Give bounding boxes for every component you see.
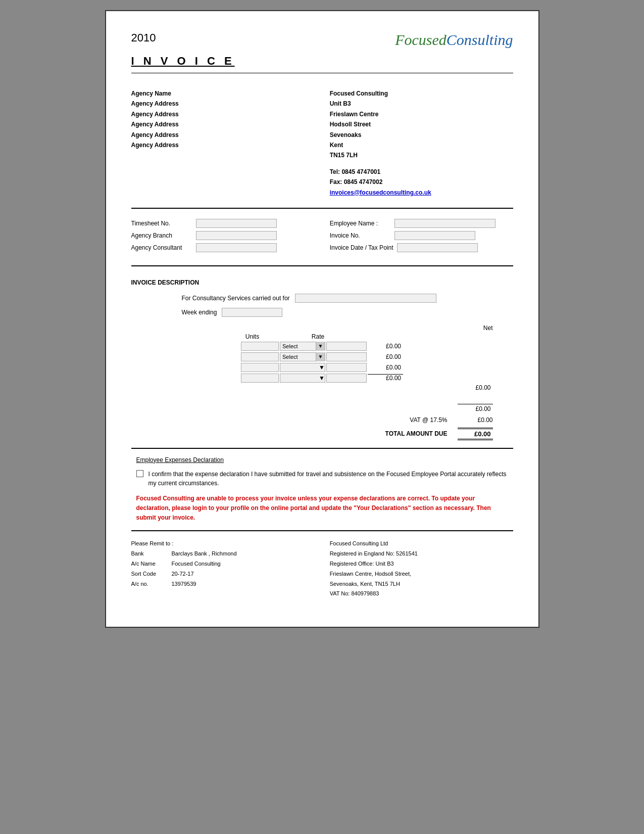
invoice-date-row: Invoice Date / Tax Point [330,243,513,252]
footer-left: Please Remit to : Bank Barclays Bank , R… [131,539,315,599]
select-dropdown-1[interactable]: Select ▼ [280,342,325,351]
bank-value: Barclays Bank , Richmond [172,549,237,559]
unit-input-4[interactable] [241,374,279,383]
subtotal2-row: £0.00 [131,404,513,412]
agency-branch-label: Agency Branch [131,232,192,239]
company-addr-3: Hodsoll Street [330,119,513,129]
unit-input-3[interactable] [241,363,279,372]
net-value-1: £0.00 [368,343,403,350]
bank-label: Bank [131,549,167,559]
company-logo: FocusedConsulting [395,31,513,49]
subtotal2-value: £0.00 [458,404,493,412]
invoice-no-input[interactable] [394,231,475,240]
footer-section: Please Remit to : Bank Barclays Bank , R… [131,530,513,607]
company-addr-1: Unit B3 [330,99,513,109]
dropdown-arrow-4[interactable]: ▼ [319,375,325,382]
unit-input-2[interactable] [241,352,279,361]
footer-reg-address: Frieslawn Centre, Hodsoll Street, [330,569,513,579]
footer-reg-office: Registered Office: Unit B3 [330,559,513,569]
subtotal1-value: £0.00 [458,384,493,391]
company-postcode: TN15 7LH [330,150,513,160]
week-label: Week ending [182,309,217,316]
agency-branch-input[interactable] [196,231,277,240]
agency-address-5: Agency Address [131,140,315,150]
vat-value: £0.00 [458,416,493,424]
select-area-4[interactable]: ▼ [280,374,325,383]
rate-header: Rate [273,333,359,340]
agency-consultant-label: Agency Consultant [131,244,192,251]
sort-code-row: Sort Code 20-72-17 [131,569,315,579]
info-divider [131,265,513,266]
dropdown-arrow-3[interactable]: ▼ [319,364,325,371]
info-grid: Timesheet No. Agency Branch Agency Consu… [131,214,513,260]
sort-code-value: 20-72-17 [172,569,194,579]
unit-input-1[interactable] [241,342,279,351]
consultancy-row: For Consultancy Services carried out for [131,294,513,303]
invoice-date-input[interactable] [397,243,478,252]
vat-row: VAT @ 17.5% £0.00 [131,416,513,424]
net-value-2: £0.00 [368,353,403,360]
tel-fax-block: Tel: 0845 4747001 Fax: 0845 4747002 invo… [330,167,513,198]
address-section: Agency Name Agency Address Agency Addres… [131,88,513,198]
line-item-row-3: ▼ £0.00 [131,363,513,372]
remit-label: Please Remit to : [131,539,315,549]
total-due-label: TOTAL AMOUNT DUE [385,430,448,437]
subtotal1-row: £0.00 [131,384,513,391]
info-right: Employee Name : Invoice No. Invoice Date… [330,219,513,255]
rate-input-1[interactable] [326,342,367,351]
header-divider [131,73,513,73]
invoice-desc-title: INVOICE DESCRIPTION [131,279,513,286]
agency-address-1: Agency Address [131,99,315,109]
week-input[interactable] [222,308,282,317]
email[interactable]: invoices@focusedconsulting.co.uk [330,188,513,198]
select-dropdown-2[interactable]: Select ▼ [280,352,325,361]
total-due-value: £0.00 [458,428,493,440]
dropdown-arrow-2[interactable]: ▼ [316,352,325,361]
address-divider [131,208,513,209]
confirmation-text: I confirm that the expense declaration I… [148,470,508,488]
confirmation-checkbox[interactable] [136,470,143,477]
agency-address-block: Agency Name Agency Address Agency Addres… [131,88,315,198]
employee-name-input[interactable] [394,219,496,228]
footer-right: Focused Consulting Ltd Registered in Eng… [330,539,513,599]
rate-input-4[interactable] [326,374,367,383]
select-area-3[interactable]: ▼ [280,363,325,372]
footer-vat-no: VAT No: 840979883 [330,589,513,599]
tel: Tel: 0845 4747001 [330,167,513,177]
footer-company: Focused Consulting Ltd [330,539,513,549]
line-item-row-4: ▼ £0.00 [131,374,513,383]
company-addr-2: Frieslawn Centre [330,109,513,119]
employee-name-label: Employee Name : [330,220,390,227]
expenses-section: Employee Expenses Declaration I confirm … [131,448,513,531]
info-left: Timesheet No. Agency Branch Agency Consu… [131,219,315,255]
dropdown-arrow-1[interactable]: ▼ [316,342,325,351]
sort-code-label: Sort Code [131,569,167,579]
company-name: Focused Consulting [330,88,513,99]
units-header: Units [232,333,273,340]
invoice-no-label: Invoice No. [330,232,390,239]
consultancy-input[interactable] [295,294,436,303]
company-addr-5: Kent [330,140,513,150]
consultancy-label: For Consultancy Services carried out for [182,295,290,302]
week-row: Week ending [131,308,513,317]
agency-address-2: Agency Address [131,109,315,119]
timesheet-input[interactable] [196,219,277,228]
company-address-block: Focused Consulting Unit B3 Frieslawn Cen… [330,88,513,198]
invoice-no-row: Invoice No. [330,231,513,240]
ac-name-row: A/c Name Focused Consulting [131,559,315,569]
invoice-page: 2010 I N V O I C E FocusedConsulting Age… [105,10,539,628]
warning-text: Focused Consulting are unable to process… [136,494,508,523]
rate-input-3[interactable] [326,363,367,372]
expenses-declaration-link[interactable]: Employee Expenses Declaration [136,456,508,464]
line-item-row-2: Select ▼ £0.00 [131,352,513,361]
ac-name-value: Focused Consulting [172,559,221,569]
header-section: 2010 I N V O I C E FocusedConsulting [131,31,513,68]
rate-input-2[interactable] [326,352,367,361]
invoice-heading: I N V O I C E [131,55,235,68]
net-value-4: £0.00 [368,374,403,382]
ac-no-value: 13979539 [172,579,196,589]
total-due-row: TOTAL AMOUNT DUE £0.00 [131,428,513,440]
footer-reg-no: Registered in England No: 5261541 [330,549,513,559]
agency-consultant-input[interactable] [196,243,277,252]
bank-row: Bank Barclays Bank , Richmond [131,549,315,559]
